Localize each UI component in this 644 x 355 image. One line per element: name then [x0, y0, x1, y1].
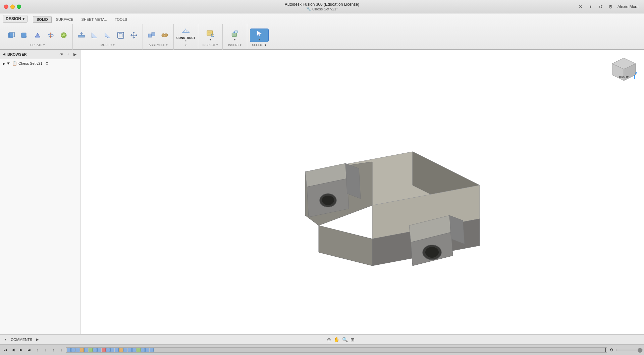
svg-point-44	[425, 247, 439, 258]
extrude-button[interactable]	[32, 29, 44, 42]
tree-expand-arrow[interactable]: ▶	[3, 62, 5, 65]
tl-step-18[interactable]	[141, 348, 145, 352]
close-tab-button[interactable]: ✕	[577, 3, 584, 10]
timeline-icons	[66, 348, 154, 352]
comments-expand-button[interactable]: ▶	[35, 337, 40, 342]
sculpt-button[interactable]	[58, 29, 70, 42]
svg-rect-5	[36, 37, 39, 38]
tl-step-1[interactable]	[67, 348, 71, 352]
doc-title-text: Chess Set v21*	[312, 7, 338, 11]
new-body-button[interactable]	[5, 29, 17, 42]
timeline-zoom-handle[interactable]	[638, 348, 642, 353]
timeline-step-up1[interactable]: ↑	[34, 346, 41, 354]
construct-button[interactable]: CONSTRUCT *	[176, 30, 195, 44]
timeline-step-back[interactable]: ◀	[9, 346, 17, 354]
timeline-step-up2[interactable]: ↑	[50, 346, 57, 354]
create-label: CREATE ▾	[30, 43, 45, 47]
inspect-button[interactable]	[201, 29, 220, 42]
tl-step-6[interactable]	[89, 348, 93, 352]
tl-step-5[interactable]	[84, 348, 88, 352]
view-cube[interactable]: RIGHT Z	[610, 56, 637, 83]
browser-item-chess[interactable]: ▶ 👁 📋 Chess Set v21 ⚙	[1, 60, 79, 66]
svg-point-39	[322, 196, 334, 205]
shell-button[interactable]	[115, 29, 127, 42]
view-zoom-icon[interactable]: 🔍	[342, 337, 348, 342]
sidebar-expand-button[interactable]: ▶	[72, 52, 77, 57]
tab-surface[interactable]: SURFACE	[52, 16, 77, 23]
select-button[interactable]	[250, 29, 269, 42]
toolbar-groups: +	[0, 23, 644, 52]
tab-sheet-metal[interactable]: SHEET METAL	[78, 16, 110, 23]
tab-tools[interactable]: TOOLS	[111, 16, 131, 23]
tl-step-10[interactable]	[106, 348, 110, 352]
tl-step-20[interactable]	[150, 348, 154, 352]
timeline-go-start[interactable]: ⏮	[1, 346, 9, 354]
toolbar: DESIGN ▾ SOLID SURFACE SHEET METAL TOOLS	[0, 13, 644, 50]
maximize-button[interactable]	[17, 4, 21, 9]
move-button[interactable]	[128, 29, 140, 42]
design-dropdown[interactable]: DESIGN ▾	[3, 15, 28, 23]
tl-step-4[interactable]	[80, 348, 84, 352]
modify-label: MODIFY ▾	[101, 43, 115, 47]
tl-step-9[interactable]	[102, 348, 106, 352]
timeline-settings-btn[interactable]: ⚙	[608, 346, 615, 354]
tl-step-16[interactable]	[132, 348, 136, 352]
tl-step-11[interactable]	[110, 348, 114, 352]
tree-eye-icon[interactable]: 👁	[7, 61, 11, 66]
view-orbit-icon[interactable]: ⊕	[327, 337, 331, 342]
main-area: ◀ BROWSER 👁 + ▶ ▶ 👁 📋 Chess Set v21 ⚙	[0, 50, 644, 334]
tl-step-15[interactable]	[128, 348, 132, 352]
tl-step-14[interactable]	[123, 348, 127, 352]
insert-button[interactable]	[225, 29, 244, 42]
tl-step-12[interactable]	[115, 348, 119, 352]
timeline-track[interactable]	[66, 347, 607, 353]
comments-label: COMMENTS	[11, 338, 32, 342]
view-pan-icon[interactable]: ✋	[334, 337, 339, 342]
fillet-button[interactable]	[89, 29, 101, 42]
insert-icon	[231, 30, 239, 38]
close-button[interactable]	[4, 4, 8, 9]
svg-line-26	[214, 36, 214, 37]
sidebar-eye-button[interactable]: 👁	[59, 52, 64, 57]
tl-step-3[interactable]	[75, 348, 79, 352]
new-component-button[interactable]: +	[18, 29, 31, 42]
viewport[interactable]: RIGHT Z	[80, 50, 644, 334]
svg-rect-8	[78, 35, 85, 37]
user-name: Alexio Mora	[618, 4, 639, 9]
tl-step-13[interactable]	[119, 348, 123, 352]
assemble-component-icon	[148, 31, 156, 39]
tl-step-8[interactable]	[97, 348, 101, 352]
chamfer-button[interactable]	[102, 29, 114, 42]
sidebar-add-button[interactable]: +	[65, 52, 71, 57]
design-dropdown-arrow: ▾	[22, 16, 24, 21]
comments-section: ● COMMENTS ▶	[3, 337, 40, 342]
title-bar: Autodesk Fusion 360 (Education License) …	[0, 0, 644, 13]
tab-solid[interactable]: SOLID	[33, 16, 52, 23]
timeline-play[interactable]: ▶	[17, 346, 25, 354]
timeline-zoom-slider[interactable]	[616, 349, 643, 351]
timeline-go-end[interactable]: ⏭	[25, 346, 33, 354]
sidebar-collapse-left[interactable]: ◀	[3, 52, 5, 56]
tl-step-7[interactable]	[93, 348, 97, 352]
tree-settings-icon[interactable]: ⚙	[45, 61, 49, 66]
settings-button[interactable]: ⚙	[607, 3, 614, 10]
toolbar-tabs: SOLID SURFACE SHEET METAL TOOLS	[30, 15, 133, 23]
view-fit-icon[interactable]: ⊞	[351, 337, 355, 342]
sculpt-icon	[60, 31, 68, 39]
tl-step-19[interactable]	[145, 348, 149, 352]
revolve-button[interactable]	[45, 29, 57, 42]
browser-content: ▶ 👁 📋 Chess Set v21 ⚙	[0, 59, 80, 334]
tree-item-label: Chess Set v21	[18, 61, 43, 65]
refresh-button[interactable]: ↺	[597, 3, 604, 10]
tl-step-17[interactable]	[137, 348, 141, 352]
svg-rect-9	[118, 32, 124, 38]
comments-hide-button[interactable]: ●	[3, 337, 8, 342]
add-tab-button[interactable]: +	[587, 3, 594, 10]
joint-button[interactable]	[159, 29, 171, 42]
tl-step-2[interactable]	[71, 348, 75, 352]
minimize-button[interactable]	[10, 4, 15, 9]
assemble-component-button[interactable]	[146, 29, 158, 42]
timeline-step-down2[interactable]: ↓	[58, 346, 65, 354]
timeline-step-down1[interactable]: ↓	[42, 346, 49, 354]
press-pull-button[interactable]	[75, 29, 88, 42]
